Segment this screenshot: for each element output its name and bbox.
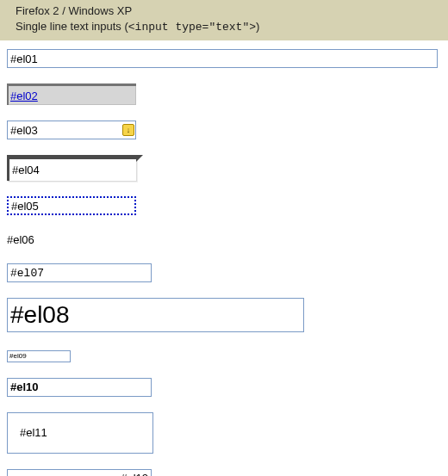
text-input-el02[interactable] xyxy=(9,86,136,105)
header-subtitle-suffix: ) xyxy=(256,20,259,33)
text-input-el06[interactable] xyxy=(7,231,136,248)
text-input-el01[interactable] xyxy=(7,49,438,68)
text-input-el07[interactable] xyxy=(7,263,152,282)
text-input-el04[interactable] xyxy=(9,159,136,181)
text-input-el04-frame xyxy=(7,155,136,181)
text-input-el09[interactable] xyxy=(7,350,71,362)
text-input-el11[interactable] xyxy=(7,412,153,454)
header-subtitle-prefix: Single line text inputs ( xyxy=(16,20,128,33)
header-subtitle: Single line text inputs (<input type="te… xyxy=(16,19,441,35)
demo-stage: ↓ xyxy=(0,40,448,476)
text-input-el08[interactable] xyxy=(7,298,304,332)
header-browser-os: Firefox 2 / Windows XP xyxy=(16,3,441,19)
header-subtitle-code: <input type="text"> xyxy=(128,21,256,34)
autofill-icon[interactable]: ↓ xyxy=(122,124,134,136)
text-input-el10[interactable] xyxy=(7,378,152,397)
text-input-el03-wrap: ↓ xyxy=(7,121,136,139)
text-input-el03[interactable] xyxy=(7,121,136,139)
text-input-el05[interactable] xyxy=(7,196,136,215)
text-input-el02-frame xyxy=(7,83,136,105)
text-input-el12[interactable] xyxy=(7,469,152,476)
header-bar: Firefox 2 / Windows XP Single line text … xyxy=(0,0,448,40)
